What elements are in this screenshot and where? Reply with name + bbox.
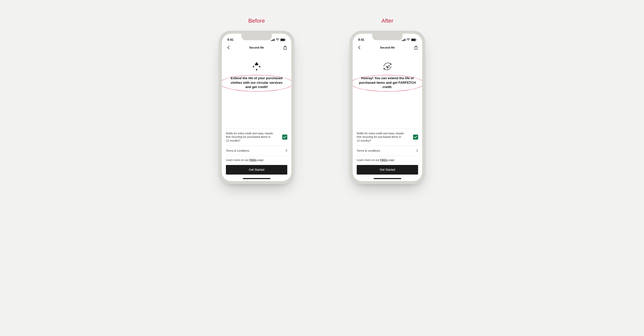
after-label: After — [381, 18, 393, 24]
phone-frame-before: 9:41 Second life — [219, 31, 294, 184]
phone-frame-after: 9:41 Second life — [350, 31, 425, 184]
chevron-left-icon — [358, 46, 360, 49]
notify-row[interactable]: Notify for extra credit and easy, hassle… — [357, 128, 418, 146]
shopping-bag-icon — [414, 46, 418, 50]
faq-text: Learn more on our FAQs page — [357, 156, 418, 165]
nav-title: Second life — [249, 46, 264, 49]
after-column: After 9:41 Second life — [350, 18, 425, 184]
phone-screen: 9:41 Second life — [353, 34, 422, 181]
notify-label: Notify for extra credit and easy, hassle… — [357, 132, 405, 143]
shopping-bag-icon — [283, 46, 287, 50]
svg-rect-3 — [274, 39, 275, 41]
svg-rect-2 — [273, 39, 274, 41]
get-started-button[interactable]: Get Started — [226, 165, 287, 175]
check-icon — [414, 136, 417, 138]
hero-section: Extend the life of your purchased clothe… — [226, 52, 287, 89]
phone-notch — [242, 34, 272, 40]
notify-checkbox[interactable] — [413, 135, 418, 140]
wifi-icon — [276, 38, 279, 41]
terms-row[interactable]: Terms & conditions — [226, 146, 287, 156]
shopping-bag-button[interactable] — [283, 45, 287, 50]
back-button[interactable] — [357, 45, 361, 50]
faq-text: Learn more on our FAQs page — [226, 156, 287, 165]
nav-bar: Second life — [353, 43, 422, 52]
chevron-right-icon — [416, 149, 418, 152]
status-indicators — [271, 38, 286, 41]
svg-rect-7 — [402, 40, 403, 41]
hero-headline: Hooray! You can extend the life of purch… — [357, 76, 418, 89]
battery-icon — [280, 38, 286, 41]
battery-icon — [411, 38, 417, 41]
screen-content: Extend the life of your purchased clothe… — [222, 52, 291, 181]
chevron-left-icon — [227, 46, 229, 49]
before-column: Before 9:41 Second life — [219, 18, 294, 184]
svg-rect-0 — [271, 40, 272, 41]
recycle-icon — [251, 61, 262, 72]
terms-row[interactable]: Terms & conditions — [357, 146, 418, 156]
notify-row[interactable]: Notify for extra credit and easy, hassle… — [226, 128, 287, 146]
before-label: Before — [248, 18, 265, 24]
terms-label: Terms & conditions — [226, 149, 249, 153]
chevron-right-icon — [286, 149, 287, 152]
svg-rect-10 — [405, 39, 406, 41]
screen-content: Hooray! You can extend the life of purch… — [353, 52, 422, 181]
svg-rect-6 — [285, 39, 286, 40]
shopping-bag-button[interactable] — [414, 45, 418, 50]
check-icon — [283, 136, 286, 138]
status-time: 9:41 — [227, 38, 233, 41]
svg-rect-12 — [412, 39, 415, 41]
notify-checkbox[interactable] — [282, 135, 287, 140]
nav-title: Second life — [380, 46, 395, 49]
leaf-cycle-icon — [382, 61, 393, 72]
status-indicators — [402, 38, 417, 41]
home-indicator — [374, 178, 401, 179]
hero-headline: Extend the life of your purchased clothe… — [226, 76, 287, 89]
svg-rect-9 — [404, 39, 405, 41]
cellular-icon — [271, 38, 275, 41]
cellular-icon — [402, 38, 406, 41]
phone-notch — [372, 34, 403, 40]
terms-label: Terms & conditions — [357, 149, 380, 153]
svg-rect-1 — [272, 40, 273, 41]
wifi-icon — [407, 38, 410, 41]
faq-link[interactable]: FAQs — [250, 158, 257, 161]
notify-label: Notify for extra credit and easy, hassle… — [226, 132, 274, 143]
svg-rect-13 — [416, 39, 417, 40]
nav-bar: Second life — [222, 43, 291, 52]
get-started-button[interactable]: Get Started — [357, 165, 418, 175]
faq-link[interactable]: FAQs — [380, 158, 388, 161]
phone-screen: 9:41 Second life — [222, 34, 291, 181]
svg-rect-5 — [281, 39, 285, 41]
status-time: 9:41 — [358, 38, 364, 41]
back-button[interactable] — [226, 45, 230, 50]
hero-section: Hooray! You can extend the life of purch… — [357, 52, 418, 89]
svg-rect-8 — [403, 40, 404, 41]
home-indicator — [243, 178, 270, 179]
